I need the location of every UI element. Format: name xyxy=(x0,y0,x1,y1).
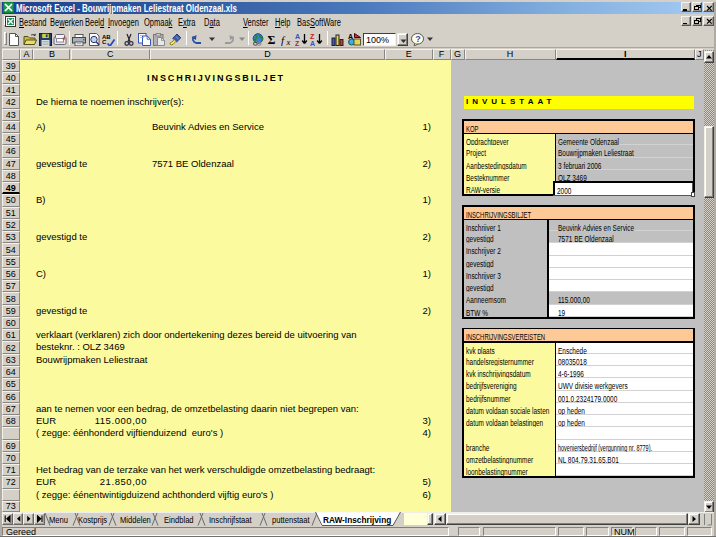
svg-text:?: ? xyxy=(415,33,421,43)
svg-text:C: C xyxy=(102,39,107,45)
svg-text:Z: Z xyxy=(295,40,300,46)
svg-text:A: A xyxy=(310,40,315,46)
svg-text:A: A xyxy=(348,33,353,40)
svg-text:x: x xyxy=(285,36,290,46)
svg-text:Z: Z xyxy=(310,33,315,40)
svg-text:f: f xyxy=(281,33,286,45)
svg-text:A: A xyxy=(295,33,300,40)
svg-text:Σ: Σ xyxy=(267,33,275,46)
